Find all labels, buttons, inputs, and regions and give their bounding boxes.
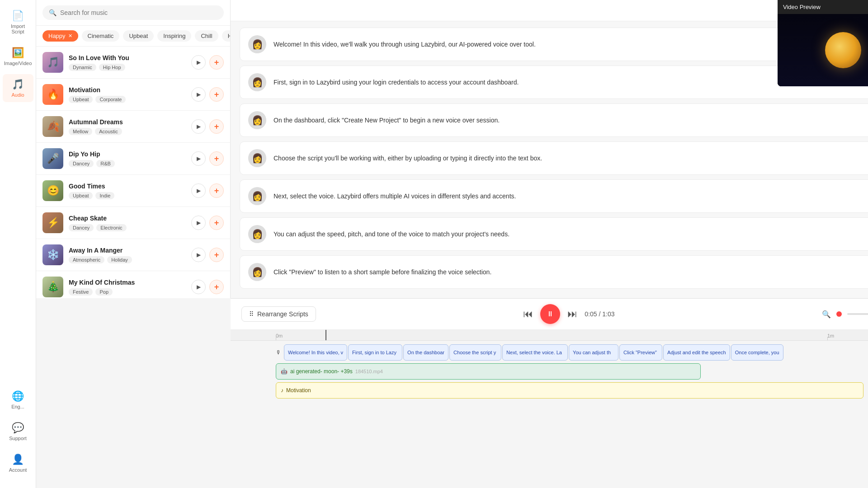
script-text-script-4: Choose the script you'll be working with… [274, 154, 858, 163]
ruler-line-1m [827, 337, 828, 340]
play-pause-button[interactable]: ⏸ [540, 304, 560, 324]
add-button-so-in-love[interactable]: + [209, 55, 224, 70]
music-thumb-my-kind-of-christmas: 🎄 [42, 277, 63, 297]
voice-seg-5[interactable]: Next, select the voice. La [502, 344, 568, 361]
search-input[interactable] [60, 9, 217, 16]
sidebar-item-language[interactable]: 🌐 Eng... [3, 386, 33, 414]
add-button-motivation[interactable]: + [209, 87, 224, 102]
search-input-wrap[interactable]: 🔍 [42, 5, 224, 20]
play-button-so-in-love[interactable]: ▶ [191, 55, 206, 70]
timeline-area[interactable]: 0m 1m 🎙 Welcome! In this video, v First,… [231, 330, 868, 488]
music-actions-cheap-skate: ▶ + [191, 216, 224, 230]
music-item-cheap-skate[interactable]: ⚡ Cheap Skate DanceyElectronic ▶ + [36, 207, 230, 239]
add-button-away-in-manger[interactable]: + [209, 248, 224, 262]
play-button-cheap-skate[interactable]: ▶ [191, 216, 206, 230]
tag-inspiring[interactable]: Inspiring [157, 30, 191, 42]
tag-chill[interactable]: Chill [195, 30, 218, 42]
video-preview-panel: Video Preview [778, 0, 868, 86]
voice-seg-7[interactable]: Click "Preview" [619, 344, 662, 361]
play-button-good-times[interactable]: ▶ [191, 183, 206, 198]
support-icon: 💬 [12, 422, 24, 434]
music-tag: Atmospheric [69, 256, 104, 263]
music-thumb-motivation: 🔥 [42, 84, 63, 105]
play-button-autumnal-dreams[interactable]: ▶ [191, 119, 206, 134]
music-tag: Acoustic [95, 128, 122, 135]
voice-seg-8[interactable]: Adjust and edit the speech [663, 344, 730, 361]
voice-seg-2[interactable]: First, sign in to Lazy [348, 344, 402, 361]
music-item-my-kind-of-christmas[interactable]: 🎄 My Kind Of Christmas FestivePop ▶ + [36, 271, 230, 298]
music-info-my-kind-of-christmas: My Kind Of Christmas FestivePop [69, 279, 186, 296]
play-button-dip-yo-hip[interactable]: ▶ [191, 151, 206, 166]
music-search-area: 🔍 [36, 0, 230, 26]
script-avatar-script-2: 👩 [248, 73, 266, 91]
play-button-motivation[interactable]: ▶ [191, 87, 206, 102]
playhead[interactable] [326, 330, 326, 340]
voice-seg-3[interactable]: On the dashboar [403, 344, 448, 361]
music-item-so-in-love[interactable]: 🎵 So In Love With You DynamicHip Hop ▶ + [36, 47, 230, 79]
add-button-good-times[interactable]: + [209, 183, 224, 198]
script-text-script-2: First, sign in to Lazybird using your lo… [274, 78, 858, 87]
music-track[interactable]: ♪ Motivation [276, 382, 863, 399]
music-panel: 🔍 Happy ✕ Cinematic Upbeat Inspiring Chi… [36, 0, 231, 298]
script-item-script-6: 👩 You can adjust the speed, pitch, and t… [240, 217, 868, 251]
music-tag: Festive [69, 288, 93, 296]
sidebar-item-support[interactable]: 💬 Support [3, 418, 33, 446]
script-item-script-4: 👩 Choose the script you'll be working wi… [240, 141, 868, 175]
ai-track-icon: 🤖 [281, 368, 288, 375]
add-button-dip-yo-hip[interactable]: + [209, 151, 224, 166]
tag-happy-close[interactable]: ✕ [68, 33, 72, 39]
script-avatar-script-5: 👩 [248, 187, 266, 205]
music-tag: Dancey [69, 160, 94, 167]
add-button-my-kind-of-christmas[interactable]: + [209, 280, 224, 294]
sidebar-item-import-script[interactable]: 📄 Import Script [3, 5, 33, 39]
music-tag: Electronic [96, 224, 126, 231]
rearrange-scripts-button[interactable]: ⠿ Rearrange Scripts [241, 306, 316, 322]
music-item-motivation[interactable]: 🔥 Motivation UpbeatCorporate ▶ + [36, 79, 230, 111]
music-tag: R&B [96, 160, 115, 167]
script-play-script-4[interactable]: ▶ [865, 152, 868, 164]
add-button-autumnal-dreams[interactable]: + [209, 119, 224, 134]
voice-seg-1[interactable]: Welcome! In this video, v [284, 344, 347, 361]
script-play-script-5[interactable]: ▶ [865, 190, 868, 202]
music-item-away-in-manger[interactable]: ❄️ Away In A Manger AtmosphericHoliday ▶… [36, 239, 230, 271]
music-actions-dip-yo-hip: ▶ + [191, 151, 224, 166]
music-thumb-autumnal-dreams: 🍂 [42, 116, 63, 137]
script-play-script-6[interactable]: ▶ [865, 228, 868, 240]
script-item-script-1: 👩 Welcome! In this video, we'll walk you… [240, 28, 868, 61]
music-item-dip-yo-hip[interactable]: 🎤 Dip Yo Hip DanceyR&B ▶ + [36, 143, 230, 175]
script-text-script-3: On the dashboard, click "Create New Proj… [274, 116, 858, 125]
sidebar-item-account[interactable]: 👤 Account [3, 449, 33, 477]
zoom-out-icon[interactable]: 🔍 [822, 310, 831, 319]
voice-seg-6[interactable]: You can adjust th [569, 344, 618, 361]
music-title-autumnal-dreams: Autumnal Dreams [69, 118, 186, 126]
voice-seg-4[interactable]: Choose the script y [449, 344, 501, 361]
play-button-away-in-manger[interactable]: ▶ [191, 248, 206, 262]
script-actions-script-5: ▶ ⋮ [865, 190, 868, 202]
music-item-good-times[interactable]: 😊 Good Times UpbeatIndie ▶ + [36, 175, 230, 207]
script-avatar-script-3: 👩 [248, 111, 266, 129]
voice-seg-9[interactable]: Once complete, you [731, 344, 783, 361]
ai-track-row: 🤖 ai generated- moon- +39s 184510.mp4 [231, 362, 868, 381]
zoom-bar[interactable] [847, 313, 868, 315]
music-title-away-in-manger: Away In A Manger [69, 247, 186, 254]
script-text-script-7: Click "Preview" to listen to a short sam… [274, 267, 858, 277]
skip-back-button[interactable]: ⏮ [523, 308, 533, 320]
script-play-script-7[interactable]: ▶ [865, 266, 868, 278]
music-title-cheap-skate: Cheap Skate [69, 215, 186, 222]
script-actions-script-6: ▶ ⋮ [865, 228, 868, 240]
music-tag: Indie [95, 192, 114, 199]
script-actions-script-3: ▶ ⋮ [865, 114, 868, 127]
ai-track[interactable]: 🤖 ai generated- moon- +39s 184510.mp4 [276, 363, 701, 380]
play-button-my-kind-of-christmas[interactable]: ▶ [191, 280, 206, 294]
tag-happy[interactable]: Happy ✕ [42, 30, 78, 42]
tag-hiphop[interactable]: Hip H... [222, 30, 230, 42]
tag-cinematic[interactable]: Cinematic [82, 30, 120, 42]
bottom-bar: ⠿ Rearrange Scripts ⏮ ⏸ ⏭ 0:05 / 1:03 🔍 … [231, 298, 868, 488]
skip-forward-button[interactable]: ⏭ [567, 308, 577, 320]
sidebar-item-image-video[interactable]: 🖼️ Image/Video [3, 42, 33, 70]
sidebar-item-audio[interactable]: 🎵 Audio [3, 74, 33, 102]
music-item-autumnal-dreams[interactable]: 🍂 Autumnal Dreams MellowAcoustic ▶ + [36, 111, 230, 143]
script-play-script-3[interactable]: ▶ [865, 114, 868, 127]
tag-upbeat[interactable]: Upbeat [123, 30, 154, 42]
add-button-cheap-skate[interactable]: + [209, 216, 224, 230]
